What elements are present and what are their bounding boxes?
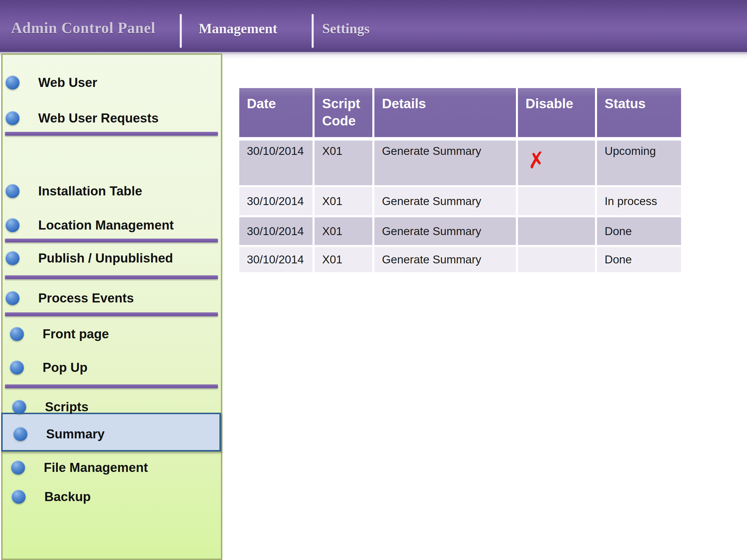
bullet-icon <box>11 460 25 475</box>
cell-status: Done <box>597 247 681 272</box>
sidebar-item-label: Summary <box>46 427 105 441</box>
table-row: 30/10/2014 X01 Generate Summary ✗ Upcomi… <box>239 140 681 185</box>
sidebar-item-web-user[interactable]: Web User <box>3 74 221 91</box>
column-header-status: Status <box>597 88 681 137</box>
cell-script-code: X01 <box>314 187 372 215</box>
sidebar-item-file-management[interactable]: File Management <box>3 459 221 476</box>
header-separator <box>312 14 314 48</box>
sidebar-divider <box>5 132 218 136</box>
app-header: Admin Control Panel Management Settings <box>0 0 747 52</box>
table-row: 30/10/2014 X01 Generate Summary In proce… <box>239 187 681 215</box>
bullet-icon <box>12 400 26 414</box>
sidebar-item-installation-table[interactable]: Installation Table <box>3 182 221 200</box>
sidebar-item-label: Pop Up <box>43 360 87 375</box>
cell-date: 30/10/2014 <box>239 140 312 185</box>
cell-status: In process <box>597 187 681 215</box>
sidebar-item-pop-up[interactable]: Pop Up <box>3 359 221 376</box>
column-header-script-code: Script Code <box>314 88 372 137</box>
sidebar-item-publish-unpublished[interactable]: Publish / Unpublished <box>3 249 221 267</box>
cell-details: Generate Summary <box>375 247 516 272</box>
sidebar-item-label: Web User Requests <box>38 111 158 126</box>
bullet-icon <box>5 76 20 89</box>
sidebar: Web User Web User Requests Installation … <box>1 53 222 560</box>
header-separator <box>180 14 182 48</box>
cell-details: Generate Summary <box>375 140 516 185</box>
sidebar-item-backup[interactable]: Backup <box>3 488 221 505</box>
sidebar-item-location-management[interactable]: Location Management <box>3 216 221 234</box>
sidebar-divider <box>5 312 218 316</box>
bullet-icon <box>5 111 20 125</box>
cell-disable <box>518 217 595 245</box>
table-row: 30/10/2014 X01 Generate Summary Done <box>239 217 681 245</box>
sidebar-item-label: Installation Table <box>38 184 142 198</box>
sidebar-divider <box>5 384 218 388</box>
column-header-disable: Disable <box>518 88 595 137</box>
sidebar-item-scripts[interactable]: Scripts <box>3 398 221 416</box>
cell-disable <box>518 187 595 215</box>
table-row: 30/10/2014 X01 Generate Summary Done <box>239 247 681 272</box>
sidebar-item-web-user-requests[interactable]: Web User Requests <box>3 109 221 127</box>
sidebar-item-label: Scripts <box>45 400 88 414</box>
cell-disable: ✗ <box>518 140 595 185</box>
bullet-icon <box>5 251 20 265</box>
bullet-icon <box>5 291 20 305</box>
nav-management[interactable]: Management <box>199 20 277 36</box>
column-header-date: Date <box>239 88 312 137</box>
sidebar-item-label: Front page <box>43 327 109 341</box>
cell-date: 30/10/2014 <box>239 217 312 245</box>
summary-table: Date Script Code Details Disable Status … <box>239 88 681 272</box>
cell-date: 30/10/2014 <box>239 187 312 215</box>
sidebar-item-label: File Management <box>44 460 148 475</box>
nav-settings[interactable]: Settings <box>322 20 370 36</box>
bullet-icon <box>12 490 26 504</box>
cell-disable <box>518 247 595 272</box>
bullet-icon <box>10 327 24 341</box>
bullet-icon <box>10 361 24 374</box>
sidebar-item-label: Location Management <box>38 218 174 233</box>
cell-details: Generate Summary <box>375 187 516 215</box>
sidebar-item-label: Publish / Unpublished <box>38 251 173 265</box>
cell-date: 30/10/2014 <box>239 247 312 272</box>
sidebar-item-label: Web User <box>38 75 97 90</box>
sidebar-divider <box>5 275 218 279</box>
app-title: Admin Control Panel <box>11 19 156 36</box>
sidebar-item-label: Process Events <box>38 291 134 305</box>
bullet-icon <box>14 427 27 441</box>
column-header-details: Details <box>375 88 516 137</box>
cell-details: Generate Summary <box>375 217 516 245</box>
cell-status: Upcoming <box>597 140 681 185</box>
bullet-icon <box>5 184 20 198</box>
sidebar-item-summary[interactable]: Summary <box>3 425 221 443</box>
sidebar-divider <box>5 239 218 242</box>
sidebar-item-front-page[interactable]: Front page <box>3 325 221 343</box>
cell-script-code: X01 <box>314 140 372 185</box>
table-header-row: Date Script Code Details Disable Status <box>239 88 681 137</box>
sidebar-item-label: Backup <box>44 489 91 504</box>
sidebar-item-process-events[interactable]: Process Events <box>3 289 221 307</box>
disable-x-icon[interactable]: ✗ <box>526 148 547 172</box>
bullet-icon <box>5 218 20 232</box>
cell-status: Done <box>597 217 681 245</box>
cell-script-code: X01 <box>314 247 372 272</box>
cell-script-code: X01 <box>314 217 372 245</box>
